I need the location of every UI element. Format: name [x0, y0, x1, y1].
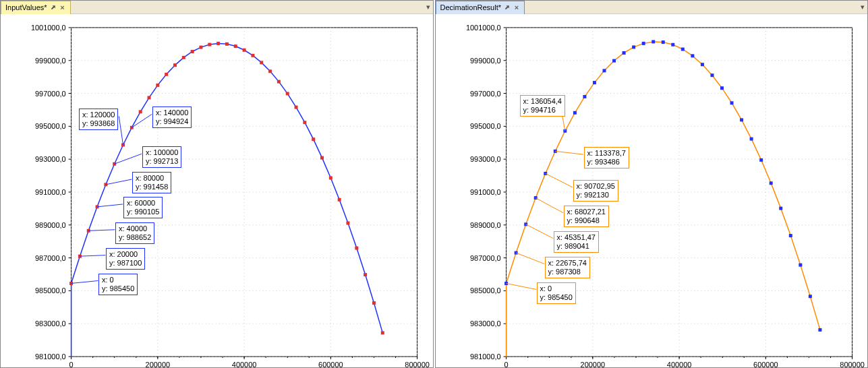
- x-tick-label: 400000: [666, 361, 691, 367]
- data-marker[interactable]: [286, 92, 289, 95]
- data-marker[interactable]: [671, 43, 674, 47]
- callout-leader: [97, 204, 123, 207]
- data-marker[interactable]: [251, 54, 254, 57]
- tab-dropdown-icon[interactable]: ▾: [858, 3, 867, 11]
- data-marker[interactable]: [364, 273, 367, 276]
- data-marker[interactable]: [799, 264, 802, 267]
- data-marker[interactable]: [592, 81, 596, 84]
- x-tick-label: 400000: [232, 361, 256, 367]
- data-marker[interactable]: [788, 234, 792, 237]
- data-marker[interactable]: [191, 50, 194, 53]
- close-icon[interactable]: ×: [59, 4, 66, 11]
- tab-label: InputValues*: [5, 3, 47, 11]
- data-marker[interactable]: [573, 111, 576, 115]
- tab[interactable]: DecimationResult*×: [436, 1, 525, 14]
- data-marker[interactable]: [165, 73, 168, 76]
- data-marker[interactable]: [700, 63, 703, 66]
- data-marker[interactable]: [182, 56, 185, 59]
- data-marker[interactable]: [208, 43, 211, 47]
- data-marker[interactable]: [759, 158, 763, 162]
- y-tick-label: 995000,0: [469, 122, 500, 130]
- y-tick-label: 989000,0: [35, 221, 66, 229]
- chart-area[interactable]: 0200000400000600000800000981000,0983000,…: [436, 14, 868, 367]
- svg-rect-0: [71, 28, 417, 357]
- callout-leader: [536, 198, 563, 213]
- tab-bar: InputValues*×▾: [1, 1, 433, 14]
- data-marker[interactable]: [710, 73, 714, 77]
- data-marker[interactable]: [720, 86, 723, 90]
- y-tick-label: 993000,0: [35, 155, 66, 163]
- panel-input-values: InputValues*×▾02000004000006000008000009…: [0, 0, 434, 368]
- data-marker[interactable]: [622, 51, 625, 55]
- pin-icon[interactable]: [504, 4, 511, 11]
- callout-leader: [71, 280, 98, 283]
- data-marker[interactable]: [740, 118, 743, 121]
- y-tick-label: 1001000,0: [31, 24, 66, 32]
- data-marker[interactable]: [148, 96, 151, 99]
- y-tick-label: 989000,0: [469, 221, 500, 229]
- data-marker[interactable]: [818, 328, 821, 332]
- x-tick-label: 800000: [405, 361, 429, 367]
- data-marker[interactable]: [156, 84, 159, 87]
- y-tick-label: 993000,0: [469, 155, 500, 163]
- chart-svg: 0200000400000600000800000981000,0983000,…: [1, 14, 433, 367]
- data-marker[interactable]: [612, 59, 616, 63]
- data-marker[interactable]: [295, 106, 298, 109]
- data-marker[interactable]: [641, 42, 645, 45]
- data-marker[interactable]: [769, 181, 772, 185]
- data-marker[interactable]: [173, 63, 177, 67]
- data-marker[interactable]: [312, 137, 315, 141]
- data-marker[interactable]: [381, 331, 384, 334]
- y-tick-label: 997000,0: [469, 90, 500, 98]
- callout-leader: [132, 114, 152, 127]
- data-marker[interactable]: [216, 42, 220, 45]
- close-icon[interactable]: ×: [513, 4, 520, 11]
- tab[interactable]: InputValues*×: [1, 1, 71, 14]
- data-marker[interactable]: [749, 137, 753, 141]
- y-tick-label: 985000,0: [469, 286, 500, 295]
- data-marker[interactable]: [681, 48, 684, 51]
- y-tick-label: 981000,0: [35, 352, 66, 361]
- data-marker[interactable]: [372, 301, 376, 305]
- data-marker[interactable]: [514, 251, 517, 255]
- data-marker[interactable]: [355, 247, 358, 250]
- data-marker[interactable]: [661, 40, 664, 44]
- data-marker[interactable]: [691, 54, 694, 57]
- data-marker[interactable]: [338, 198, 341, 202]
- x-tick-label: 200000: [146, 361, 170, 367]
- data-marker[interactable]: [268, 69, 272, 73]
- data-marker[interactable]: [652, 40, 655, 43]
- y-tick-label: 997000,0: [35, 90, 66, 98]
- data-line: [71, 44, 383, 357]
- data-marker[interactable]: [583, 95, 586, 98]
- y-tick-label: 995000,0: [35, 122, 66, 130]
- data-marker[interactable]: [277, 80, 281, 84]
- y-tick-label: 991000,0: [469, 188, 500, 196]
- chart-svg: 0200000400000600000800000981000,0983000,…: [436, 14, 868, 367]
- y-tick-label: 999000,0: [35, 57, 66, 65]
- data-marker[interactable]: [243, 49, 246, 52]
- data-marker[interactable]: [346, 221, 349, 224]
- data-marker[interactable]: [329, 176, 332, 179]
- data-marker[interactable]: [808, 295, 811, 298]
- pin-icon[interactable]: [50, 4, 57, 11]
- data-marker[interactable]: [199, 46, 202, 49]
- data-marker[interactable]: [139, 110, 142, 113]
- data-marker[interactable]: [602, 69, 606, 72]
- chart-area[interactable]: 0200000400000600000800000981000,0983000,…: [1, 14, 433, 367]
- x-tick-label: 200000: [580, 361, 604, 367]
- data-marker[interactable]: [730, 101, 733, 104]
- callout-leader: [88, 230, 115, 231]
- data-marker[interactable]: [303, 121, 306, 124]
- data-marker[interactable]: [632, 45, 635, 49]
- data-line: [506, 42, 819, 357]
- data-marker[interactable]: [779, 207, 782, 210]
- x-tick-label: 0: [69, 361, 74, 367]
- data-marker[interactable]: [225, 42, 229, 46]
- data-marker[interactable]: [320, 156, 324, 160]
- data-marker[interactable]: [524, 222, 527, 226]
- callout-leader: [545, 173, 572, 187]
- data-marker[interactable]: [260, 61, 263, 64]
- data-marker[interactable]: [234, 44, 237, 48]
- tab-dropdown-icon[interactable]: ▾: [424, 3, 433, 11]
